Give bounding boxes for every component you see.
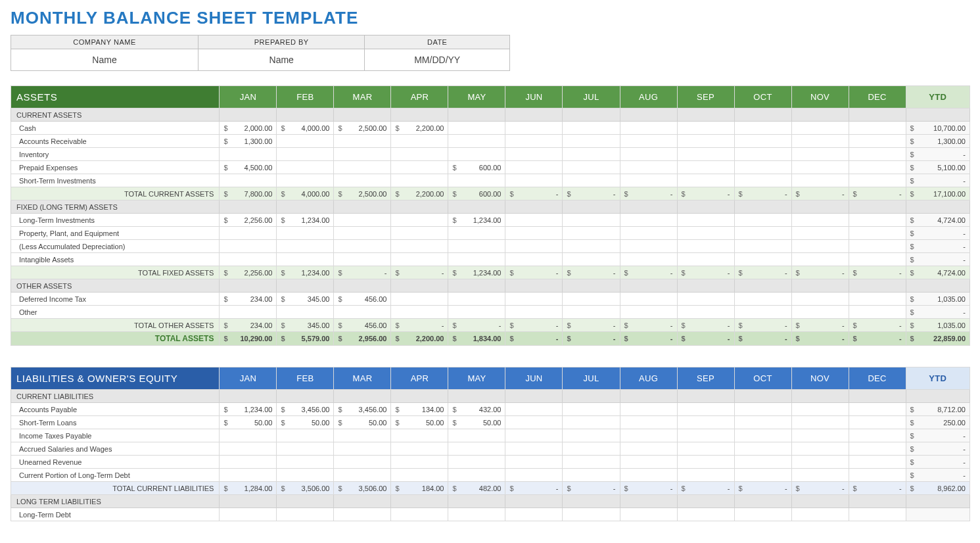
cell[interactable]	[391, 227, 448, 240]
cell[interactable]	[277, 240, 334, 253]
cell[interactable]	[391, 469, 448, 482]
cell[interactable]	[620, 429, 677, 442]
cell[interactable]	[563, 161, 620, 174]
cell[interactable]: $134.00	[391, 403, 448, 416]
cell[interactable]	[220, 174, 277, 187]
cell[interactable]	[620, 456, 677, 469]
cell[interactable]	[734, 135, 791, 148]
cell[interactable]	[334, 442, 391, 456]
cell[interactable]: $2,000.00	[220, 122, 277, 135]
cell[interactable]	[677, 306, 734, 319]
cell[interactable]	[677, 122, 734, 135]
cell[interactable]: $50.00	[220, 416, 277, 429]
cell[interactable]	[677, 174, 734, 187]
cell[interactable]	[334, 456, 391, 469]
cell[interactable]	[620, 293, 677, 306]
cell[interactable]	[734, 306, 791, 319]
cell[interactable]	[849, 174, 906, 187]
cell[interactable]	[563, 416, 620, 429]
cell[interactable]	[505, 148, 563, 161]
cell[interactable]	[849, 442, 906, 456]
cell[interactable]	[791, 148, 849, 161]
cell[interactable]	[334, 429, 391, 442]
cell[interactable]	[734, 253, 791, 266]
cell[interactable]	[277, 456, 334, 469]
cell[interactable]	[505, 174, 563, 187]
cell[interactable]	[277, 135, 334, 148]
cell[interactable]	[391, 442, 448, 456]
cell[interactable]	[677, 429, 734, 442]
cell[interactable]	[620, 122, 677, 135]
cell[interactable]	[334, 174, 391, 187]
cell[interactable]	[277, 174, 334, 187]
cell[interactable]	[620, 135, 677, 148]
cell[interactable]	[563, 227, 620, 240]
cell[interactable]	[677, 508, 734, 521]
cell[interactable]	[849, 508, 906, 521]
cell[interactable]	[505, 456, 563, 469]
cell[interactable]	[391, 253, 448, 266]
cell[interactable]	[791, 214, 849, 227]
cell[interactable]: $2,500.00	[334, 122, 391, 135]
cell[interactable]	[791, 306, 849, 319]
cell[interactable]	[620, 161, 677, 174]
cell[interactable]	[620, 508, 677, 521]
cell[interactable]	[334, 469, 391, 482]
cell[interactable]	[734, 429, 791, 442]
cell[interactable]	[563, 508, 620, 521]
cell[interactable]	[734, 456, 791, 469]
cell[interactable]	[448, 122, 505, 135]
cell[interactable]: $456.00	[334, 293, 391, 306]
cell[interactable]	[620, 253, 677, 266]
cell[interactable]: $1,300.00	[220, 135, 277, 148]
cell[interactable]	[734, 161, 791, 174]
cell[interactable]	[334, 161, 391, 174]
cell[interactable]: $50.00	[277, 416, 334, 429]
cell[interactable]	[505, 253, 563, 266]
cell[interactable]	[849, 227, 906, 240]
cell[interactable]	[677, 135, 734, 148]
cell[interactable]	[448, 174, 505, 187]
info-value-company[interactable]: Name	[11, 49, 198, 71]
cell[interactable]	[791, 293, 849, 306]
cell[interactable]	[563, 240, 620, 253]
cell[interactable]	[677, 442, 734, 456]
cell[interactable]: $1,234.00	[220, 403, 277, 416]
cell[interactable]	[791, 442, 849, 456]
cell[interactable]	[448, 148, 505, 161]
cell[interactable]	[505, 469, 563, 482]
cell[interactable]	[505, 508, 563, 521]
cell[interactable]	[849, 148, 906, 161]
cell[interactable]: $3,456.00	[277, 403, 334, 416]
cell[interactable]	[220, 227, 277, 240]
cell[interactable]	[620, 174, 677, 187]
cell[interactable]	[391, 429, 448, 442]
cell[interactable]	[849, 429, 906, 442]
cell[interactable]	[677, 456, 734, 469]
cell[interactable]	[505, 214, 563, 227]
cell[interactable]	[220, 240, 277, 253]
cell[interactable]	[277, 227, 334, 240]
cell[interactable]: $234.00	[220, 293, 277, 306]
cell[interactable]	[277, 429, 334, 442]
cell[interactable]	[849, 469, 906, 482]
cell[interactable]	[734, 240, 791, 253]
cell[interactable]	[277, 442, 334, 456]
cell[interactable]: $3,456.00	[334, 403, 391, 416]
cell[interactable]	[791, 122, 849, 135]
cell[interactable]	[677, 416, 734, 429]
cell[interactable]	[849, 403, 906, 416]
cell[interactable]: $4,500.00	[220, 161, 277, 174]
cell[interactable]	[391, 456, 448, 469]
cell[interactable]	[620, 214, 677, 227]
cell[interactable]	[505, 306, 563, 319]
cell[interactable]	[734, 214, 791, 227]
cell[interactable]	[849, 122, 906, 135]
cell[interactable]	[734, 416, 791, 429]
cell[interactable]	[677, 227, 734, 240]
cell[interactable]	[277, 306, 334, 319]
cell[interactable]	[391, 148, 448, 161]
cell[interactable]	[734, 122, 791, 135]
cell[interactable]	[563, 122, 620, 135]
cell[interactable]	[849, 416, 906, 429]
